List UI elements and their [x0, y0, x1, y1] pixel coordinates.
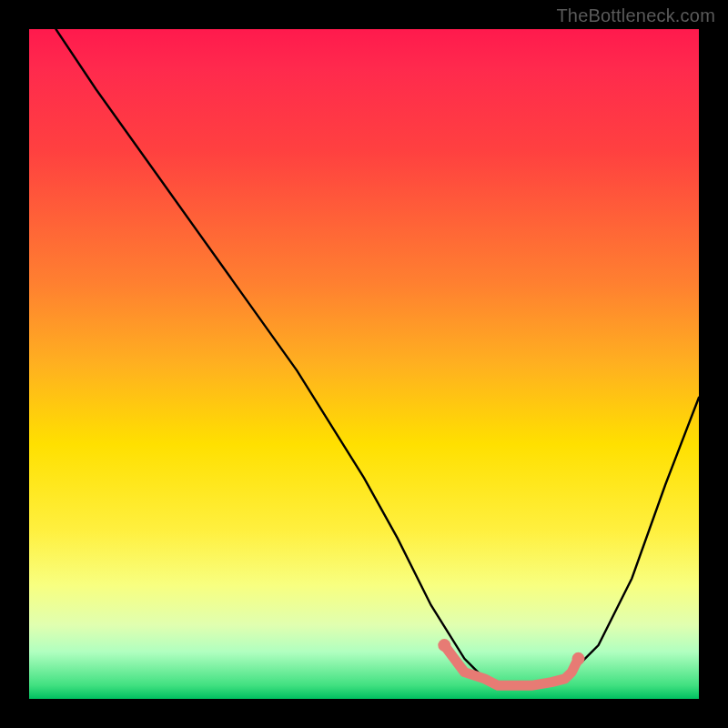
highlight-endpoint-left — [438, 639, 450, 652]
highlight-segment — [444, 645, 578, 685]
watermark-text: TheBottleneck.com — [556, 5, 715, 26]
highlight-endpoint-right — [572, 652, 585, 665]
curve-layer — [29, 29, 699, 699]
bottleneck-curve — [56, 29, 699, 685]
chart-stage: TheBottleneck.com — [0, 0, 728, 728]
plot-area — [29, 29, 699, 699]
